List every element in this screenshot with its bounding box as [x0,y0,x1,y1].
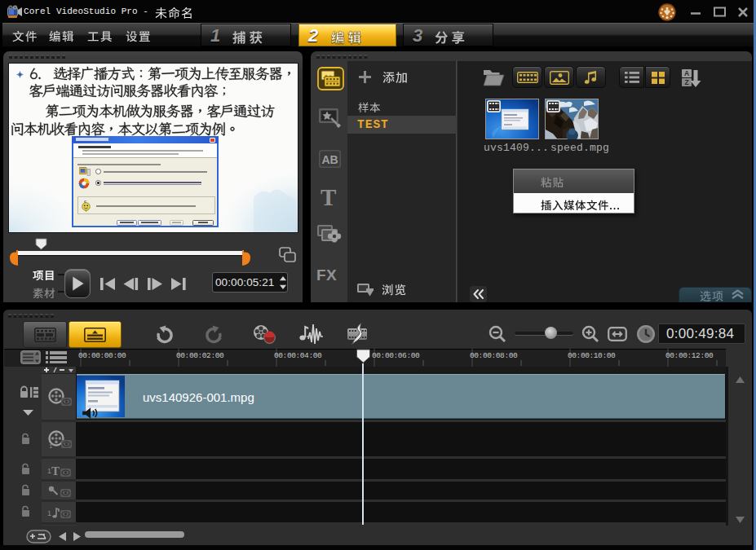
svg-text:T: T [51,464,60,477]
svg-text:1: 1 [47,509,51,517]
svg-text:AB: AB [321,153,338,166]
svg-text:A: A [684,69,689,77]
svg-text:Z: Z [684,78,688,86]
svg-text:1: 1 [49,442,53,450]
